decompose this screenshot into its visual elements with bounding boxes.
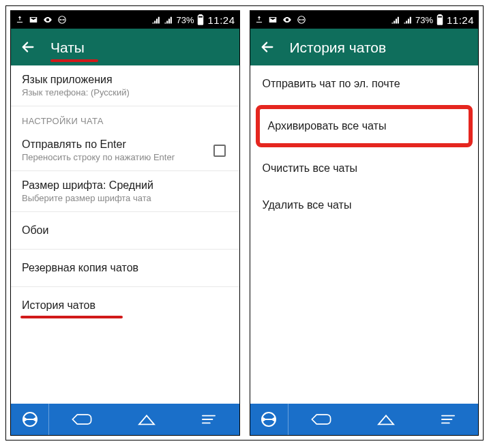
item-font-size[interactable]: Размер шрифта: Средний Выберите размер ш… — [11, 171, 239, 212]
page-title: Чаты — [50, 40, 85, 55]
item-chat-backup[interactable]: Резервная копия чатов — [11, 250, 239, 287]
item-delete-all-chats[interactable]: Удалить все чаты — [250, 187, 479, 224]
section-chat-settings: НАСТРОЙКИ ЧАТА — [11, 106, 239, 130]
sync-icon — [297, 15, 306, 25]
phone-screen-1: 73% 11:24 Чаты Язык приложения Язык теле… — [10, 10, 240, 436]
battery-percent: 73% — [176, 15, 194, 25]
svg-rect-3 — [199, 18, 203, 24]
app-bar: История чатов — [250, 29, 479, 65]
signal-icon-2 — [164, 16, 173, 24]
signal-icon — [391, 16, 400, 24]
app-bar: Чаты — [11, 29, 239, 65]
svg-rect-8 — [438, 18, 441, 24]
download-icon — [15, 15, 25, 25]
download-icon — [254, 15, 264, 25]
item-wallpaper[interactable]: Обои — [11, 212, 239, 250]
clock: 11:24 — [447, 14, 474, 26]
item-chat-history[interactable]: История чатов — [11, 287, 239, 324]
mail-icon — [29, 15, 38, 25]
nav-home-icon[interactable] — [376, 412, 396, 427]
android-nav-bar — [250, 404, 479, 435]
signal-icon-2 — [403, 16, 413, 24]
item-enter-to-send[interactable]: Отправлять по Enter Переносить строку по… — [11, 130, 239, 171]
signal-icon — [151, 16, 161, 24]
battery-percent: 73% — [415, 15, 433, 25]
nav-recent-icon[interactable] — [439, 413, 457, 426]
item-email-chat[interactable]: Отправить чат по эл. почте — [250, 65, 479, 102]
status-bar: 73% 11:24 — [250, 11, 479, 29]
checkbox-enter-to-send[interactable] — [213, 145, 226, 157]
history-list: Отправить чат по эл. почте Архивировать … — [250, 65, 479, 404]
clock: 11:24 — [207, 14, 235, 26]
eye-icon — [42, 15, 53, 25]
eye-icon — [282, 15, 293, 25]
teamviewer-icon[interactable] — [11, 404, 49, 435]
nav-back-icon[interactable] — [70, 412, 93, 427]
highlight-underline — [20, 316, 123, 318]
highlight-underline — [50, 59, 98, 62]
svg-rect-2 — [200, 14, 203, 16]
nav-recent-icon[interactable] — [200, 413, 218, 426]
android-nav-bar — [11, 404, 239, 435]
nav-back-icon[interactable] — [310, 412, 333, 427]
back-arrow-icon[interactable] — [20, 40, 35, 55]
battery-icon — [436, 14, 444, 25]
status-bar: 73% 11:24 — [11, 11, 239, 29]
teamviewer-icon[interactable] — [250, 404, 288, 435]
nav-home-icon[interactable] — [136, 412, 157, 427]
item-clear-all-chats[interactable]: Очистить все чаты — [250, 150, 479, 187]
sync-icon — [57, 15, 67, 25]
item-app-language[interactable]: Язык приложения Язык телефона: (Русский) — [11, 65, 239, 106]
battery-icon — [196, 14, 205, 25]
svg-rect-7 — [439, 14, 441, 16]
item-archive-all-chats[interactable]: Архивировать все чаты — [256, 105, 473, 147]
phone-screen-2: 73% 11:24 История чатов Отправить чат по… — [250, 10, 479, 436]
mail-icon — [268, 15, 278, 25]
settings-list: Язык приложения Язык телефона: (Русский)… — [11, 65, 239, 404]
page-title: История чатов — [290, 40, 387, 55]
back-arrow-icon[interactable] — [260, 40, 275, 55]
